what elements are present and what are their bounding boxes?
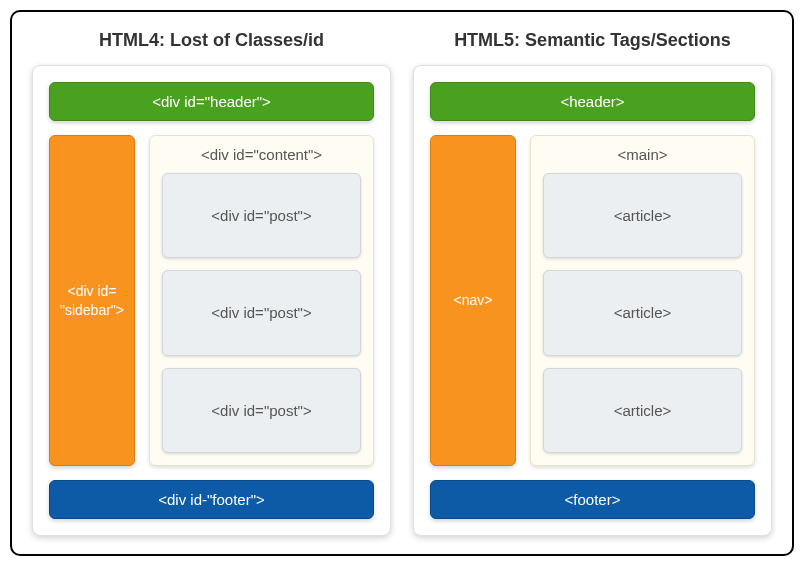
html5-panel: HTML5: Semantic Tags/Sections <header> <… — [413, 30, 772, 536]
html5-sidebar-box: <nav> — [430, 135, 516, 466]
html4-post-box: <div id="post"> — [162, 270, 361, 355]
html5-post-box: <article> — [543, 270, 742, 355]
html5-posts: <article> <article> <article> — [543, 173, 742, 453]
html4-footer-box: <div id-"footer"> — [49, 480, 374, 519]
html5-title: HTML5: Semantic Tags/Sections — [413, 30, 772, 51]
html5-post-box: <article> — [543, 368, 742, 453]
html4-content-box: <div id="content"> <div id="post"> <div … — [149, 135, 374, 466]
html4-panel: HTML4: Lost of Classes/id <div id="heade… — [32, 30, 391, 536]
html5-content-label: <main> — [543, 146, 742, 163]
html4-post-box: <div id="post"> — [162, 173, 361, 258]
html4-header-box: <div id="header"> — [49, 82, 374, 121]
html5-post-box: <article> — [543, 173, 742, 258]
html5-card: <header> <nav> <main> <article> <article… — [413, 65, 772, 536]
html4-post-box: <div id="post"> — [162, 368, 361, 453]
html4-content-label: <div id="content"> — [162, 146, 361, 163]
html4-sidebar-box: <div id="sidebar"> — [49, 135, 135, 466]
html4-title: HTML4: Lost of Classes/id — [32, 30, 391, 51]
html5-content-box: <main> <article> <article> <article> — [530, 135, 755, 466]
html4-middle: <div id="sidebar"> <div id="content"> <d… — [49, 135, 374, 466]
html5-middle: <nav> <main> <article> <article> <articl… — [430, 135, 755, 466]
diagram-container: HTML4: Lost of Classes/id <div id="heade… — [10, 10, 794, 556]
html5-footer-box: <footer> — [430, 480, 755, 519]
html5-header-box: <header> — [430, 82, 755, 121]
html4-card: <div id="header"> <div id="sidebar"> <di… — [32, 65, 391, 536]
html4-posts: <div id="post"> <div id="post"> <div id=… — [162, 173, 361, 453]
